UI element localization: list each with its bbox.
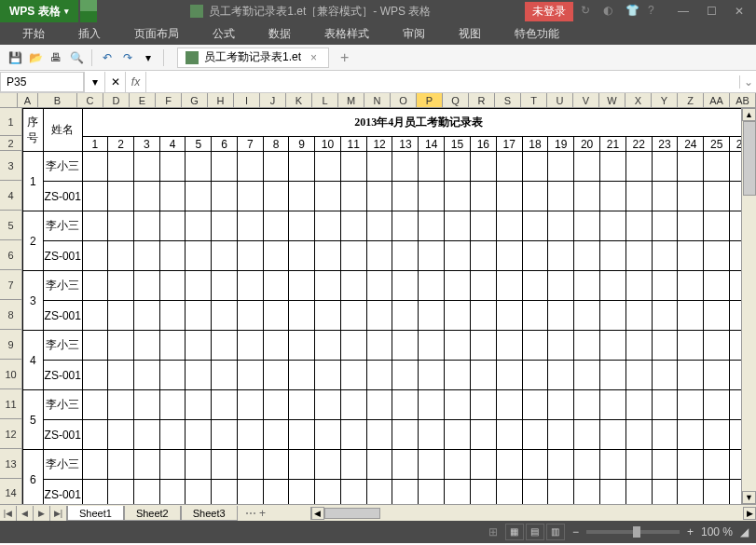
attendance-cell[interactable] [704, 211, 730, 241]
attendance-cell[interactable] [548, 420, 574, 450]
attendance-cell[interactable] [625, 390, 652, 420]
menu-page-layout[interactable]: 页面布局 [119, 22, 194, 46]
attendance-cell[interactable] [470, 480, 496, 505]
sheet-tab-2[interactable]: Sheet2 [124, 506, 181, 521]
scroll-right-button[interactable]: ▶ [743, 507, 756, 520]
attendance-cell[interactable] [574, 450, 600, 480]
attendance-cell[interactable] [108, 241, 134, 271]
col-header-C[interactable]: C [77, 93, 103, 107]
attendance-cell[interactable] [134, 331, 160, 361]
attendance-cell[interactable] [212, 241, 238, 271]
menu-table-style[interactable]: 表格样式 [309, 22, 384, 46]
attendance-cell[interactable] [704, 182, 730, 211]
attendance-cell[interactable] [315, 361, 341, 390]
attendance-cell[interactable] [159, 241, 186, 271]
col-header-P[interactable]: P [417, 93, 443, 107]
row-header-7[interactable]: 7 [0, 270, 21, 300]
attendance-cell[interactable] [82, 390, 108, 420]
attendance-cell[interactable] [263, 152, 289, 182]
attendance-cell[interactable] [366, 390, 392, 420]
attendance-cell[interactable] [625, 182, 652, 211]
col-header-K[interactable]: K [286, 93, 312, 107]
attendance-cell[interactable] [419, 211, 445, 241]
attendance-cell[interactable] [82, 480, 108, 505]
attendance-cell[interactable] [704, 450, 730, 480]
attendance-cell[interactable] [108, 271, 134, 301]
attendance-cell[interactable] [134, 152, 160, 182]
row-header-11[interactable]: 11 [0, 389, 21, 419]
attendance-cell[interactable] [315, 271, 341, 301]
attendance-cell[interactable] [574, 480, 600, 505]
attendance-cell[interactable] [289, 420, 315, 450]
attendance-cell[interactable] [625, 241, 652, 271]
new-tab-button[interactable]: + [331, 49, 358, 66]
attendance-cell[interactable] [366, 241, 392, 271]
attendance-cell[interactable] [82, 182, 108, 211]
attendance-cell[interactable] [625, 450, 652, 480]
attendance-cell[interactable] [625, 301, 652, 331]
attendance-cell[interactable] [237, 301, 263, 331]
attendance-cell[interactable] [548, 390, 574, 420]
attendance-cell[interactable] [445, 331, 471, 361]
attendance-cell[interactable] [340, 152, 366, 182]
col-header-U[interactable]: U [547, 93, 573, 107]
help-icon[interactable]: ? [648, 4, 663, 19]
attendance-cell[interactable] [599, 450, 625, 480]
attendance-cell[interactable] [470, 211, 496, 241]
attendance-cell[interactable] [263, 450, 289, 480]
attendance-cell[interactable] [108, 420, 134, 450]
attendance-cell[interactable] [496, 390, 522, 420]
open-button[interactable]: 📂 [26, 48, 45, 67]
attendance-cell[interactable] [340, 301, 366, 331]
menu-review[interactable]: 审阅 [388, 22, 440, 46]
attendance-cell[interactable] [625, 211, 652, 241]
attendance-cell[interactable] [212, 301, 238, 331]
attendance-cell[interactable] [574, 301, 600, 331]
attendance-cell[interactable] [625, 331, 652, 361]
attendance-cell[interactable] [159, 182, 186, 211]
name-box-dropdown[interactable]: ▾ [84, 72, 104, 92]
attendance-cell[interactable] [599, 211, 625, 241]
attendance-cell[interactable] [186, 331, 212, 361]
attendance-cell[interactable] [82, 152, 108, 182]
attendance-cell[interactable] [134, 420, 160, 450]
col-header-N[interactable]: N [364, 93, 391, 107]
attendance-cell[interactable] [263, 420, 289, 450]
zoom-slider[interactable] [586, 530, 680, 534]
col-header-F[interactable]: F [156, 93, 182, 107]
zoom-out-button[interactable]: − [572, 525, 579, 538]
attendance-cell[interactable] [678, 301, 704, 331]
attendance-cell[interactable] [574, 361, 600, 390]
attendance-cell[interactable] [237, 450, 263, 480]
attendance-cell[interactable] [392, 211, 419, 241]
attendance-cell[interactable] [212, 390, 238, 420]
attendance-cell[interactable] [574, 152, 600, 182]
attendance-cell[interactable] [340, 331, 366, 361]
attendance-cell[interactable] [678, 241, 704, 271]
attendance-cell[interactable] [445, 211, 471, 241]
attendance-cell[interactable] [652, 390, 678, 420]
attendance-cell[interactable] [496, 182, 522, 211]
menu-data[interactable]: 数据 [254, 22, 306, 46]
attendance-cell[interactable] [340, 390, 366, 420]
attendance-cell[interactable] [652, 211, 678, 241]
attendance-cell[interactable] [108, 182, 134, 211]
page-view-button[interactable]: ▤ [526, 524, 544, 540]
attendance-cell[interactable] [237, 271, 263, 301]
row-header-12[interactable]: 12 [0, 419, 21, 449]
status-corner-icon[interactable]: ◢ [740, 525, 749, 538]
attendance-cell[interactable] [159, 450, 186, 480]
attendance-cell[interactable] [392, 390, 419, 420]
attendance-cell[interactable] [212, 271, 238, 301]
attendance-cell[interactable] [652, 450, 678, 480]
attendance-cell[interactable] [82, 271, 108, 301]
attendance-cell[interactable] [289, 480, 315, 505]
attendance-cell[interactable] [263, 361, 289, 390]
attendance-cell[interactable] [315, 331, 341, 361]
attendance-cell[interactable] [134, 361, 160, 390]
attendance-cell[interactable] [470, 450, 496, 480]
attendance-cell[interactable] [186, 420, 212, 450]
row-header-5[interactable]: 5 [0, 211, 21, 240]
normal-view-button[interactable]: ▦ [505, 524, 524, 540]
attendance-cell[interactable] [340, 182, 366, 211]
